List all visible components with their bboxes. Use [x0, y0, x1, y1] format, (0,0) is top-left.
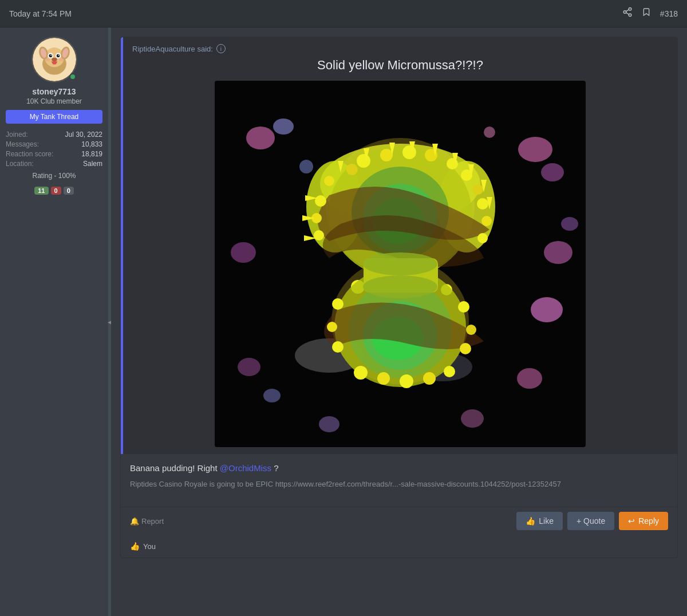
bell-icon: 🔔 [130, 517, 139, 526]
svg-point-35 [299, 160, 313, 173]
user-stats: Joined: Jul 30, 2022 Messages: 10,833 Re… [6, 131, 102, 169]
mention-link[interactable]: @OrchidMiss [220, 463, 271, 473]
svg-point-54 [346, 164, 358, 175]
quote-block: RiptideAquaculture said: i Solid yellow … [121, 37, 677, 454]
actions-bar: 🔔 Report 👍 Like + Quote ↩ Reply [121, 507, 677, 537]
quote-author-text: RiptideAquaculture said: [132, 45, 213, 53]
post-body: Banana pudding! Right @OrchidMiss ? Ript… [121, 454, 677, 507]
badge-neutral: 0 [64, 187, 74, 195]
post-container: RiptideAquaculture said: i Solid yellow … [120, 37, 678, 558]
like-button[interactable]: 👍 Like [516, 512, 563, 530]
post-text-after: ? [274, 463, 278, 473]
svg-point-58 [315, 195, 326, 207]
like-label: Like [539, 516, 554, 526]
reaction-value: 18,819 [81, 150, 102, 158]
quote-title: Solid yellow Micromussa?!?!? [132, 58, 668, 73]
svg-point-29 [531, 297, 563, 322]
main-layout: stoney7713 10K Club member My Tank Threa… [0, 27, 687, 616]
sidebar: stoney7713 10K Club member My Tank Threa… [0, 27, 109, 616]
svg-point-34 [461, 409, 484, 428]
svg-point-0 [629, 8, 631, 11]
bookmark-icon[interactable] [642, 7, 651, 20]
stat-messages: Messages: 10,833 [6, 140, 102, 148]
svg-point-24 [273, 119, 294, 135]
svg-point-78 [460, 343, 471, 354]
report-button[interactable]: 🔔 Report [130, 517, 164, 526]
reply-icon: ↩ [628, 516, 635, 526]
share-icon[interactable] [622, 7, 633, 20]
badge-negative: 0 [51, 187, 61, 195]
svg-point-32 [517, 368, 542, 389]
svg-point-27 [231, 242, 256, 263]
badges: 11 0 0 [34, 187, 74, 195]
content-area: RiptideAquaculture said: i Solid yellow … [111, 27, 687, 616]
username[interactable]: stoney7713 [32, 87, 76, 96]
svg-point-31 [263, 389, 281, 402]
svg-point-28 [544, 241, 572, 264]
svg-line-4 [626, 10, 629, 11]
joined-label: Joined: [6, 131, 28, 139]
user-role: 10K Club member [26, 97, 82, 105]
svg-point-17 [58, 54, 59, 56]
online-indicator [69, 73, 76, 80]
top-bar: Today at 7:54 PM #318 [0, 0, 687, 27]
location-label: Location: [6, 160, 34, 168]
you-label: You [143, 542, 156, 551]
like-reaction-icon: 👍 [130, 542, 140, 551]
svg-point-62 [481, 216, 492, 226]
svg-point-57 [473, 184, 483, 195]
coral-image: RIPT IDE AQUACULTURE RIPTIDE AQUACULTURE [215, 81, 586, 447]
svg-point-19 [52, 61, 57, 65]
messages-label: Messages: [6, 140, 39, 148]
post-text-before: Banana pudding! Right [130, 463, 218, 473]
quote-button[interactable]: + Quote [567, 512, 614, 530]
stat-joined: Joined: Jul 30, 2022 [6, 131, 102, 139]
svg-point-75 [327, 322, 337, 332]
joined-value: Jul 30, 2022 [65, 131, 102, 139]
svg-point-21 [58, 58, 64, 61]
reply-button[interactable]: ↩ Reply [619, 512, 668, 530]
svg-point-81 [400, 374, 413, 388]
post-link: Riptides Casino Royale is going to be EP… [130, 480, 668, 488]
post-text: Banana pudding! Right @OrchidMiss ? [130, 463, 668, 473]
post-number: #318 [660, 9, 678, 18]
svg-line-3 [626, 13, 629, 14]
svg-point-76 [466, 325, 476, 335]
svg-point-80 [377, 372, 390, 385]
svg-point-61 [477, 198, 488, 210]
thumbs-up-icon: 👍 [526, 516, 535, 526]
quote-info-icon[interactable]: i [216, 44, 226, 53]
svg-point-60 [314, 230, 324, 240]
svg-point-50 [380, 149, 393, 161]
svg-point-79 [354, 366, 368, 380]
svg-point-14 [49, 54, 52, 58]
svg-point-49 [357, 154, 370, 168]
svg-point-85 [363, 252, 437, 275]
svg-point-15 [56, 54, 60, 58]
svg-point-20 [44, 58, 50, 61]
tank-thread-button[interactable]: My Tank Thread [6, 110, 102, 124]
svg-point-23 [246, 127, 275, 149]
top-bar-actions: #318 [622, 7, 678, 20]
svg-point-63 [477, 233, 488, 243]
svg-point-86 [363, 275, 437, 298]
svg-point-83 [444, 366, 455, 377]
svg-point-82 [423, 372, 436, 385]
quote-author: RiptideAquaculture said: i [132, 44, 668, 53]
action-buttons: 👍 Like + Quote ↩ Reply [516, 512, 668, 530]
svg-point-2 [629, 14, 631, 17]
svg-point-25 [518, 137, 552, 162]
reply-label: Reply [638, 516, 659, 526]
svg-point-74 [458, 301, 469, 313]
svg-point-73 [332, 298, 344, 310]
quote-label: + Quote [577, 516, 605, 526]
svg-point-51 [402, 145, 416, 159]
svg-point-36 [484, 127, 495, 138]
svg-point-77 [332, 341, 344, 353]
rating: Rating - 100% [32, 172, 76, 180]
svg-point-26 [541, 163, 564, 181]
svg-point-37 [561, 217, 578, 231]
reaction-label: Reaction score: [6, 150, 53, 158]
you-reaction: 👍 You [121, 537, 677, 558]
badge-positive: 11 [34, 187, 48, 195]
